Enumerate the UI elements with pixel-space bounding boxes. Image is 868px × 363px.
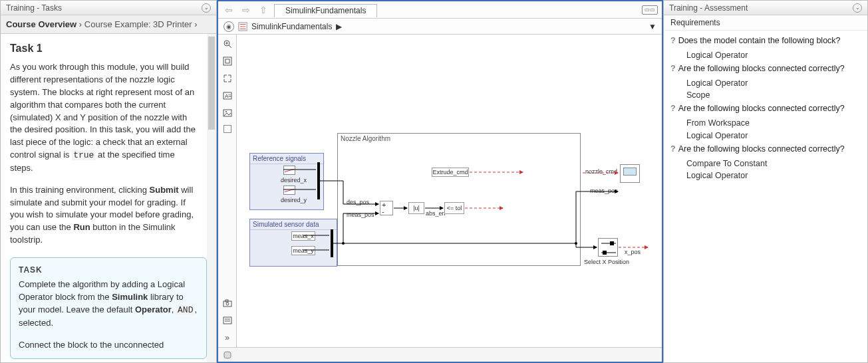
task-body: Task 1 As you work through this module, …	[1, 34, 216, 362]
area-icon[interactable]	[223, 125, 231, 133]
collapse-icon[interactable]: ⌄	[853, 3, 862, 13]
breadcrumb-current[interactable]: Course Example: 3D Printer	[84, 19, 192, 29]
tasks-panel-title: Training - Tasks	[6, 3, 62, 13]
requirement-item: ?Are the following blocks connected corr…	[664, 142, 867, 158]
svg-line-2	[229, 45, 231, 48]
requirements-heading: Requirements	[664, 15, 867, 31]
status-unknown-icon: ?	[670, 64, 676, 73]
task-heading: Task 1	[10, 41, 207, 56]
fit-icon[interactable]	[222, 56, 233, 66]
canvas-iconbar: A≡ »	[218, 35, 237, 347]
mux-block-1[interactable]	[317, 162, 320, 199]
breadcrumb-root[interactable]: Course Overview	[6, 19, 76, 29]
forward-icon[interactable]: ⇨	[239, 3, 253, 17]
requirement-sub: From Workspace	[664, 117, 867, 129]
status-unknown-icon: ?	[670, 144, 676, 154]
task-box: TASK Complete the algorithm by adding a …	[10, 257, 207, 359]
image-icon[interactable]	[222, 108, 233, 118]
task-paragraph-1: As you work through this module, you wil…	[10, 61, 199, 175]
requirement-item: ?Does the model contain the following bl…	[664, 33, 867, 49]
breadcrumb[interactable]: Course Overview › Course Example: 3D Pri…	[1, 15, 216, 34]
annotation-icon[interactable]: A≡	[222, 90, 233, 101]
training-assessment-panel: Training - Assessment ⌄ Requirements ?Do…	[663, 0, 868, 363]
keyboard-icon[interactable]: ▭▭	[642, 5, 658, 15]
status-unknown-icon: ?	[670, 36, 676, 45]
zoom-icon[interactable]	[222, 39, 233, 49]
extrude-cmd-block[interactable]: Extrude_cmd	[432, 168, 469, 177]
svg-text:A≡: A≡	[225, 93, 231, 99]
svg-rect-6	[225, 59, 229, 63]
task-paragraph-2: In this training environment, clicking S…	[10, 184, 199, 247]
reference-signals-title: Reference signals	[250, 154, 323, 164]
assessment-panel-header: Training - Assessment ⌄	[664, 1, 867, 15]
requirement-sub: Compare To Constant	[664, 158, 867, 170]
select-x-label: Select X Position	[584, 259, 629, 265]
from-workspace-block[interactable]	[283, 166, 295, 175]
svg-rect-5	[223, 57, 231, 65]
training-tasks-panel: Training - Tasks ⌄ Course Overview › Cou…	[0, 0, 217, 363]
abs-block[interactable]: |u|	[408, 202, 424, 214]
tasks-panel-header: Training - Tasks ⌄	[1, 1, 216, 15]
up-icon[interactable]: ⇧	[257, 3, 270, 17]
scope-block[interactable]	[620, 164, 640, 183]
requirement-sub: Logical Operator	[664, 49, 867, 61]
requirements-list: ?Does the model contain the following bl…	[664, 31, 867, 362]
expand-icon[interactable]	[222, 73, 233, 84]
simulated-sensor-subsystem[interactable]: Simulated sensor data meas_x meas_y	[249, 219, 337, 267]
desired-y-label: desired_y	[281, 197, 307, 203]
model-browser-icon[interactable]: ◉	[223, 21, 234, 32]
svg-rect-20	[603, 251, 607, 255]
mux-block-2[interactable]	[331, 229, 333, 257]
more-icon[interactable]: »	[222, 332, 233, 343]
requirement-sub: Scope	[664, 89, 867, 101]
compare-to-constant-block[interactable]: <= tol	[444, 202, 464, 214]
desired-x-label: desired_x	[281, 177, 307, 183]
editor-nav-toolbar: ⇦ ⇨ ⇧ SimulinkFundamentals ▭▭	[218, 1, 662, 19]
meas-pos-out-label: meas_pos	[590, 187, 618, 194]
nozzle-algorithm-area[interactable]: Nozzle Algorithm	[337, 133, 581, 266]
editor-main: A≡ » Reference signals desired_x desired…	[218, 35, 662, 347]
abs-err-label: abs_err	[426, 210, 446, 217]
meas-pos-label: meas_pos	[347, 211, 374, 218]
scrollbar[interactable]	[207, 34, 216, 362]
requirement-sub: Logical Operator	[664, 77, 867, 89]
camera-icon[interactable]	[222, 298, 233, 308]
model-tab[interactable]: SimulinkFundamentals	[274, 4, 377, 17]
x-pos-label: x_pos	[625, 249, 641, 255]
collapse-icon[interactable]: ⌄	[202, 3, 211, 13]
meas-x-block[interactable]: meas_x	[291, 231, 315, 241]
requirement-sub: Logical Operator	[664, 130, 867, 142]
requirement-sub: Logical Operator	[664, 170, 867, 182]
svg-point-10	[225, 111, 227, 112]
editor-status-bar	[218, 347, 662, 362]
requirement-item: ?Are the following blocks connected corr…	[664, 101, 867, 117]
database-icon[interactable]	[222, 350, 233, 360]
task-box-label: TASK	[19, 265, 198, 276]
status-unknown-icon: ?	[670, 104, 676, 113]
nozzle-algorithm-title: Nozzle Algorithm	[338, 134, 580, 144]
model-path[interactable]: SimulinkFundamentals	[251, 22, 332, 31]
svg-rect-14	[223, 317, 231, 324]
reference-signals-subsystem[interactable]: Reference signals desired_x desired_y	[249, 153, 324, 210]
editor-path-bar: ◉ SimulinkFundamentals ▶ ▼	[218, 19, 662, 35]
meas-y-block[interactable]: meas_y	[291, 246, 315, 255]
from-workspace-block-2[interactable]	[283, 185, 295, 195]
simulink-model-icon	[238, 22, 247, 31]
selector-block[interactable]	[598, 238, 618, 257]
simulated-sensor-title: Simulated sensor data	[250, 219, 337, 230]
back-icon[interactable]: ⇦	[222, 3, 235, 17]
path-chevron-icon[interactable]: ▶	[336, 22, 342, 31]
svg-point-13	[226, 302, 229, 305]
properties-icon[interactable]	[222, 315, 233, 326]
sum-block[interactable]: +-	[380, 201, 393, 215]
model-canvas[interactable]: Reference signals desired_x desired_y Si…	[237, 35, 662, 347]
des-pos-label: des_pos	[347, 199, 369, 205]
requirement-item: ?Are the following blocks connected corr…	[664, 61, 867, 77]
assessment-panel-title: Training - Assessment	[669, 3, 748, 13]
nozzle-cmd-label: nozzle_cmd	[585, 168, 617, 175]
svg-rect-19	[610, 241, 614, 245]
dropdown-icon[interactable]: ▼	[649, 22, 656, 31]
simulink-editor-panel: ⇦ ⇨ ⇧ SimulinkFundamentals ▭▭ ◉ Simulink…	[217, 0, 663, 363]
